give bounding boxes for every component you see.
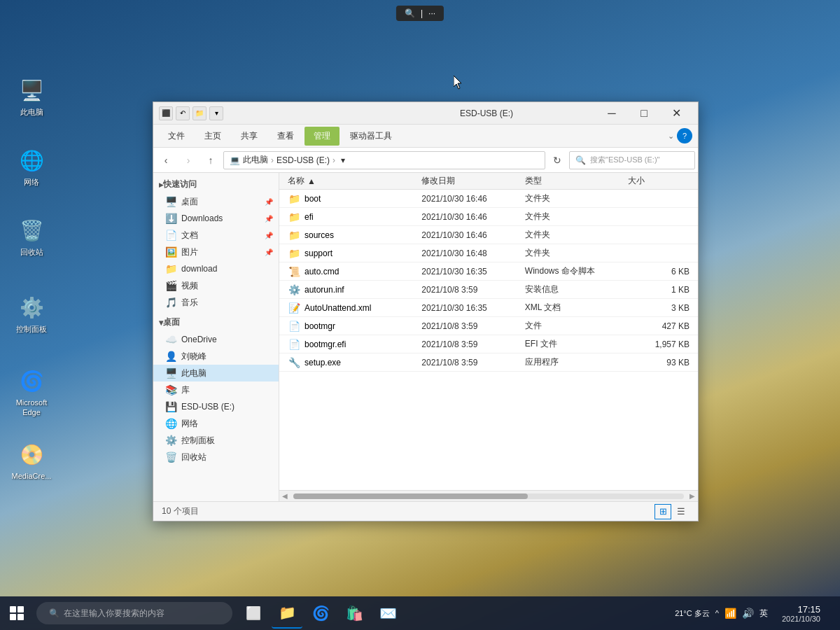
table-row[interactable]: 📁 boot 2021/10/30 16:46 文件夹 [279,190,698,208]
nav-item-documents[interactable]: 📄 文档 📌 [153,227,279,244]
desktop-icon-control[interactable]: ⚙️ 控制面板 [7,290,56,337]
systray-weather: 21°C 多云 [675,608,710,619]
file-name: bootmgr.efi [304,340,346,349]
minimize-button[interactable]: ─ [596,102,628,125]
tab-home[interactable]: 主页 [195,127,230,146]
tab-file[interactable]: 文件 [159,127,194,146]
file-name: bootmgr [304,321,335,331]
address-path[interactable]: 💻 此电脑 › ESD-USB (E:) › ▾ [223,151,545,169]
desktop-icon-network[interactable]: 🌐 网络 [7,144,56,190]
desktop-icon-media[interactable]: 📀 MediaCre... [7,438,56,484]
file-type: Windows 命令脚本 [519,265,623,277]
tab-view[interactable]: 查看 [268,127,303,146]
file-list: 名称 ▲ 修改日期 类型 大小 📁 boot [279,173,698,501]
scroll-right-arrow[interactable]: ▶ [687,492,698,500]
tab-manage[interactable]: 管理 [304,127,340,146]
explorer-window: ⬛ ↶ 📁 ▾ ESD-USB (E:) ─ □ ✕ 文件 主页 共享 查看 管… [153,102,699,522]
nav-item-this-pc[interactable]: 🖥️ 此电脑 [153,365,279,382]
downloads-icon: ⬇️ [164,212,177,225]
quick-access-header[interactable]: ▸ 快速访问 [153,176,279,193]
taskbar-file-explorer[interactable]: 📁 [272,598,302,629]
systray-network-icon[interactable]: 📶 [724,608,736,619]
tab-drive-tools[interactable]: 驱动器工具 [341,127,401,146]
taskbar-task-view[interactable]: ⬜ [238,598,269,629]
main-content: ▸ 快速访问 🖥️ 桌面 📌 ⬇️ Downloads 📌 📄 文档 📌 [153,173,698,501]
desktop-icon-recycle[interactable]: 🗑️ 回收站 [7,214,56,260]
taskbar-mail[interactable]: ✉️ [372,598,403,629]
horizontal-scrollbar[interactable]: ◀ ▶ [279,490,698,501]
close-button[interactable]: ✕ [660,102,692,125]
table-row[interactable]: ⚙️ autorun.inf 2021/10/8 3:59 安装信息 1 KB [279,281,698,299]
down-btn[interactable]: ▾ [209,106,223,120]
refresh-button[interactable]: ↻ [548,151,566,169]
nav-item-control-panel-nav[interactable]: ⚙️ 控制面板 [153,432,279,449]
back-button[interactable]: ‹ [156,150,176,170]
tab-share[interactable]: 共享 [232,127,267,146]
forward-button[interactable]: › [178,150,198,170]
nav-item-desktop-qa[interactable]: 🖥️ 桌面 📌 [153,193,279,210]
taskbar-edge[interactable]: 🌀 [305,598,336,629]
view-list-button[interactable]: ☰ [673,504,690,519]
help-button[interactable]: ? [677,128,692,144]
systray-chevron[interactable]: ^ [715,609,719,617]
table-row[interactable]: 📁 support 2021/10/30 16:48 文件夹 [279,244,698,262]
taskbar-store[interactable]: 🛍️ [339,598,370,629]
scroll-left-arrow[interactable]: ◀ [279,492,290,500]
table-row[interactable]: 📁 efi 2021/10/30 16:46 文件夹 [279,208,698,226]
nav-item-library[interactable]: 📚 库 [153,382,279,398]
systray-volume-icon[interactable]: 🔊 [742,608,754,619]
file-name: boot [304,194,321,204]
nav-item-recycle-nav[interactable]: 🗑️ 回收站 [153,449,279,465]
taskbar-clock[interactable]: 17:15 2021/10/30 [776,604,826,623]
clock-time: 17:15 [782,604,820,615]
show-desktop-button[interactable] [829,596,834,630]
folder-btn[interactable]: 📁 [192,106,206,120]
taskbar-search[interactable]: 🔍 在这里输入你要搜索的内容 [36,602,232,624]
table-row[interactable]: 📜 auto.cmd 2021/10/30 16:35 Windows 命令脚本… [279,262,698,281]
user-icon: 👤 [164,350,177,363]
desktop-icon-computer[interactable]: 🖥️ 此电脑 [7,74,56,120]
documents-icon: 📄 [164,229,177,241]
nav-item-esd-usb[interactable]: 💾 ESD-USB (E:) [153,398,279,415]
path-dropdown[interactable]: ▾ [341,155,345,165]
file-name: efi [304,212,314,222]
file-icon: 📁 [288,192,300,205]
col-header-size[interactable]: 大小 [622,173,695,189]
nav-item-videos[interactable]: 🎬 视频 [153,277,279,294]
nav-item-downloads[interactable]: ⬇️ Downloads 📌 [153,210,279,227]
col-header-type[interactable]: 类型 [519,173,623,189]
svg-marker-0 [454,76,461,89]
up-button[interactable]: ↑ [201,150,220,170]
nav-item-pictures[interactable]: 🖼️ 图片 📌 [153,244,279,260]
nav-item-user[interactable]: 👤 刘晓峰 [153,348,279,365]
window-controls: ─ □ ✕ [596,102,692,125]
scroll-track[interactable] [293,493,684,499]
col-header-name[interactable]: 名称 ▲ [282,173,416,189]
table-row[interactable]: 📁 sources 2021/10/30 16:46 文件夹 [279,226,698,244]
nav-item-music[interactable]: 🎵 音乐 [153,294,279,311]
table-row[interactable]: 🔧 setup.exe 2021/10/8 3:59 应用程序 93 KB [279,354,698,372]
recycle-icon: 🗑️ [18,216,46,244]
undo-btn[interactable]: ↶ [176,106,190,120]
file-size: 3 KB [622,303,695,313]
table-row[interactable]: 📄 bootmgr 2021/10/8 3:59 文件 427 KB [279,317,698,335]
maximize-button[interactable]: □ [628,102,660,125]
desktop-section-header[interactable]: ▾ 桌面 [153,314,279,331]
table-row[interactable]: 📝 AutoUnattend.xml 2021/10/30 16:35 XML … [279,299,698,317]
nav-item-onedrive[interactable]: ☁️ OneDrive [153,331,279,348]
file-icon: 📁 [288,247,300,260]
nav-item-download-folder[interactable]: 📁 download [153,260,279,277]
ribbon-expand-icon[interactable]: ⌄ [668,132,674,141]
nav-onedrive-label: OneDrive [181,335,217,344]
file-type: 文件夹 [519,247,623,259]
view-details-button[interactable]: ⊞ [654,504,671,519]
desktop-icon-edge[interactable]: 🌀 Microsoft Edge [7,364,56,421]
col-header-date[interactable]: 修改日期 [416,173,519,189]
quick-access-btn[interactable]: ⬛ [159,106,173,120]
table-row[interactable]: 📄 bootmgr.efi 2021/10/8 3:59 EFI 文件 1,95… [279,335,698,354]
start-button[interactable] [0,596,34,630]
nav-item-network-nav[interactable]: 🌐 网络 [153,415,279,432]
file-date: 2021/10/8 3:59 [416,285,519,295]
search-box[interactable]: 🔍 搜索"ESD-USB (E:)" [569,151,695,169]
col-size-label: 大小 [628,175,645,187]
